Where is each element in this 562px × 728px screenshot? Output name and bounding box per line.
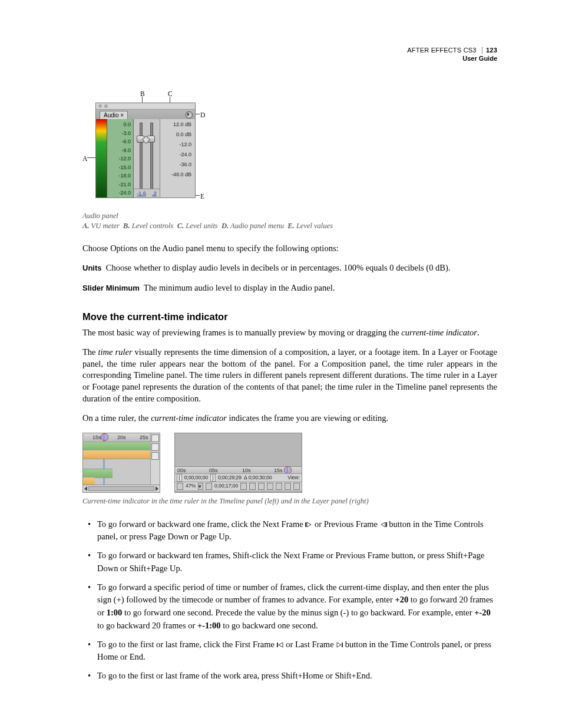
intro-paragraph: Choose Options on the Audio panel menu t…: [82, 243, 497, 255]
timeline-ruler[interactable]: 15s 20s 25s: [83, 433, 160, 442]
db-scale: 0.0 -3.0 -6.0 -9.0 -12.0 -15.0 -18.0 -21…: [107, 119, 134, 197]
layer-cti[interactable]: [287, 466, 287, 473]
audio-panel-figure: A B C D E Audio ×: [82, 90, 206, 207]
comp-switch[interactable]: [151, 452, 159, 460]
out-point[interactable]: 0;00;29;29: [218, 475, 242, 481]
svg-marker-6: [337, 643, 341, 647]
last-frame-icon: [336, 642, 343, 649]
instruction-list: To go forward or backward one frame, cli…: [82, 518, 497, 683]
units-option: Units Choose whether to display audio le…: [82, 262, 497, 274]
section-p1: The most basic way of previewing frames …: [82, 327, 497, 339]
previous-frame-icon: [380, 522, 387, 529]
level-sliders[interactable]: -1.6 .2: [134, 119, 160, 197]
window-titlebar: [96, 103, 195, 110]
in-point[interactable]: 0;00;00;00: [184, 475, 208, 481]
layer-panel: 00s 05s 10s 15s { 0;00;00;00 } 0;00;29;2…: [174, 433, 302, 493]
product-name: AFTER EFFECTS CS3: [407, 47, 476, 54]
dropdown-icon[interactable]: ▾: [198, 483, 203, 490]
page-number: 123: [482, 47, 497, 54]
svg-rect-4: [277, 643, 278, 647]
section-p2: The time ruler visually represents the t…: [82, 347, 497, 404]
timeline-panel: 15s 20s 25s: [82, 433, 160, 493]
play-icon: [187, 113, 190, 116]
layer-bar[interactable]: [83, 450, 151, 459]
zoom-slider[interactable]: [88, 486, 154, 491]
section-p3: On a time ruler, the current-time indica…: [82, 413, 497, 424]
list-item: To go forward or backward one frame, cli…: [85, 518, 497, 544]
svg-rect-0: [305, 522, 306, 527]
current-time[interactable]: 0;00;17;00: [214, 483, 238, 489]
callout-a: A: [82, 154, 87, 164]
scroll-left-icon[interactable]: [84, 486, 87, 491]
figure2-caption: Current-time indicator in the time ruler…: [82, 496, 497, 506]
zoom-value[interactable]: 47%: [186, 483, 196, 489]
region-icon[interactable]: [276, 483, 282, 490]
cti-figure: 15s 20s 25s 00s: [82, 433, 497, 493]
vu-meter: [96, 119, 107, 197]
svg-marker-5: [279, 643, 283, 647]
page-header: AFTER EFFECTS CS3 123 User Guide: [407, 46, 497, 63]
doc-subtitle: User Guide: [407, 54, 497, 62]
callout-d: D: [200, 111, 205, 120]
first-frame-icon: [277, 642, 284, 649]
svg-marker-2: [381, 522, 385, 527]
show-snapshot-icon[interactable]: [249, 483, 256, 490]
list-item: To go to the first or last frame, click …: [85, 638, 497, 664]
channel-icon[interactable]: [258, 483, 265, 490]
snapshot-icon[interactable]: [240, 483, 247, 490]
duration: Δ 0;00;30;00: [244, 475, 272, 481]
list-item: To go forward or backward ten frames, Sh…: [85, 549, 497, 575]
grid-icon[interactable]: [206, 483, 212, 490]
comp-switch[interactable]: [151, 443, 159, 451]
transparency-grid-icon[interactable]: [285, 483, 291, 490]
list-item: To go to the first or last frame of the …: [85, 670, 497, 683]
list-item: To go forward a specific period of time …: [85, 581, 497, 633]
slider-min-option: Slider Minimum The minimum audio level t…: [82, 282, 497, 294]
comp-switch[interactable]: [151, 434, 159, 442]
audio-panel-menu[interactable]: [186, 111, 193, 118]
svg-marker-1: [307, 522, 311, 527]
section-heading: Move the current-time indicator: [82, 310, 497, 323]
next-frame-icon: [305, 522, 312, 529]
out-point-bracket-icon[interactable]: }: [210, 474, 216, 482]
level-values: 12.0 dB 0.0 dB -12.0 -24.0 -36.0 -48.0 d…: [160, 119, 195, 197]
callout-e: E: [200, 192, 204, 202]
pixel-aspect-icon[interactable]: [293, 483, 300, 490]
figure1-caption: Audio panel A. VU meter B. Level control…: [82, 211, 497, 231]
in-point-bracket-icon[interactable]: {: [177, 474, 182, 482]
left-level-readout[interactable]: -1.6: [137, 190, 146, 197]
audio-panel: Audio × 0.0 -3.0 -6.0 -9.0 -12.0 -15.0 -: [95, 103, 196, 198]
view-label: View:: [287, 475, 300, 481]
layer-preview: [175, 433, 302, 466]
scroll-right-icon[interactable]: [156, 486, 158, 491]
reset-exposure-icon[interactable]: [267, 483, 273, 490]
right-level-readout[interactable]: .2: [152, 190, 157, 197]
magnify-icon[interactable]: [177, 483, 183, 490]
